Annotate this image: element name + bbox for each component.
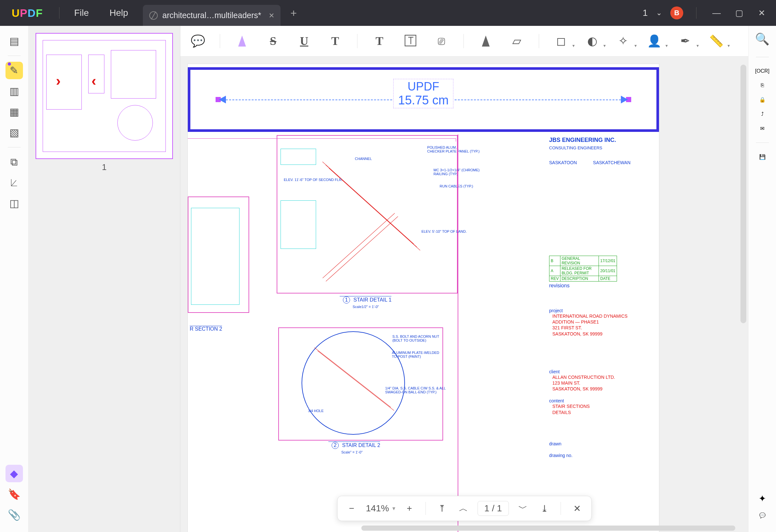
new-tab-button[interactable]: + bbox=[287, 7, 299, 19]
underline-tool[interactable]: U bbox=[295, 32, 313, 50]
note: RUN CABLES (TYP.) bbox=[439, 184, 473, 188]
prev-page-button[interactable]: ︿ bbox=[456, 501, 470, 516]
layers-button[interactable]: ◆ bbox=[5, 465, 23, 482]
page-thumbnail[interactable]: › ‹ bbox=[35, 33, 173, 159]
note: S.S. BOLT AND ACORN NUT (BOLT TO OUTSIDE… bbox=[392, 335, 439, 342]
detail2-title: STAIR DETAIL 2 bbox=[342, 442, 380, 448]
titlebar: UPDF File Help architectural…multileader… bbox=[0, 0, 776, 26]
canvas-area: 💬 S U T T 🅃 ⎚ ▱ ◻▾ ◐▾ ✧▾ 👤▾ ✒▾ 📏▾ bbox=[180, 26, 748, 532]
attachment-button[interactable]: 📎 bbox=[5, 506, 23, 524]
tab-doc-icon bbox=[149, 11, 158, 20]
detail-bubble: 1 bbox=[343, 296, 350, 304]
close-navbar-button[interactable]: ✕ bbox=[570, 501, 584, 516]
textbox-tool[interactable]: 🅃 bbox=[401, 32, 419, 50]
arrow-right-icon bbox=[621, 96, 628, 104]
annotation-toolbar: 💬 S U T T 🅃 ⎚ ▱ ◻▾ ◐▾ ✧▾ 👤▾ ✒▾ 📏▾ bbox=[180, 26, 748, 56]
content-header: content bbox=[549, 398, 649, 403]
horizontal-scrollbar[interactable] bbox=[361, 526, 735, 531]
tab-label: architectural…multileaders* bbox=[162, 11, 261, 20]
ocr-button[interactable]: [OCR] bbox=[755, 68, 769, 74]
detail1-title: STAIR DETAIL 1 bbox=[353, 297, 391, 303]
zoom-in-button[interactable]: + bbox=[402, 501, 417, 516]
note: ELEV. 5'-10" TOP OF LAND. bbox=[421, 229, 467, 233]
pencil-tool[interactable] bbox=[477, 32, 495, 50]
edit-mode-button[interactable]: ▥ bbox=[5, 82, 23, 100]
note: POLISHED ALUM. CHECKER PLATE PANEL (TYP.… bbox=[427, 146, 479, 153]
stamp-tool[interactable]: ◐▾ bbox=[583, 32, 601, 50]
page-indicator[interactable]: 1 / 1 bbox=[478, 501, 509, 516]
note: CHANNEL bbox=[355, 157, 372, 161]
measurement-selection[interactable]: UPDF 15.75 cm bbox=[188, 67, 659, 132]
note: ALUMINUM PLATE-WELDED TO POST (PAINT) bbox=[392, 351, 439, 358]
page-mode-button[interactable]: ▦ bbox=[5, 103, 23, 121]
right-sidebar: 🔍 [OCR] ⎘ 🔒 ⤴ ✉ 💾 ✦ 💬 bbox=[748, 26, 776, 532]
crop-button[interactable]: ⟀ bbox=[5, 174, 23, 191]
callout-tool[interactable]: ⎚ bbox=[432, 32, 450, 50]
text-tool[interactable]: T bbox=[370, 32, 388, 50]
drawing-no-header: drawing no. bbox=[549, 453, 649, 458]
reader-mode-button[interactable]: ▤ bbox=[5, 32, 23, 50]
window-counter: 1 bbox=[642, 8, 648, 18]
close-window-button[interactable]: ✕ bbox=[755, 6, 769, 20]
zoom-out-button[interactable]: − bbox=[345, 501, 359, 516]
squiggly-tool[interactable]: T bbox=[326, 32, 344, 50]
drawn-header: drawn bbox=[549, 441, 649, 447]
comment-tool[interactable]: 💬 bbox=[189, 32, 207, 50]
user-avatar[interactable]: B bbox=[670, 6, 683, 19]
project-header: project bbox=[549, 308, 649, 313]
vertical-scrollbar[interactable] bbox=[741, 65, 746, 323]
first-page-button[interactable]: ⤒ bbox=[435, 501, 449, 516]
organize-button[interactable]: ⧉ bbox=[5, 153, 23, 171]
comment-mode-button[interactable]: ✎ bbox=[5, 62, 23, 79]
share-button[interactable]: ⤴ bbox=[761, 111, 764, 117]
strikethrough-tool[interactable]: S bbox=[264, 32, 282, 50]
note: MC 3×1-1/2×1/4" (CHROME) RAILING (TYP.) bbox=[433, 168, 479, 176]
zoom-select[interactable]: 141% ▾ bbox=[366, 503, 395, 514]
measure-tool[interactable]: 📏▾ bbox=[707, 32, 725, 50]
ai-button[interactable]: ✦ bbox=[759, 493, 766, 504]
revisions-header: revisions bbox=[549, 283, 649, 289]
document-viewport[interactable]: UPDF 15.75 cm bbox=[180, 56, 735, 532]
app-logo: UPDF bbox=[0, 7, 55, 19]
measurement-label[interactable]: UPDF 15.75 cm bbox=[393, 79, 453, 108]
section-label: R SECTION 2 bbox=[190, 326, 222, 332]
thumb-arrow-icon: › bbox=[56, 73, 61, 89]
separator bbox=[59, 7, 59, 19]
bookmark-button[interactable]: 🔖 bbox=[5, 486, 23, 503]
protect-button[interactable]: 🔒 bbox=[759, 97, 766, 103]
thumbnail-panel: › ‹ 1 bbox=[28, 26, 180, 532]
window-dropdown-icon[interactable]: ⌄ bbox=[656, 9, 662, 17]
email-button[interactable]: ✉ bbox=[760, 126, 764, 132]
detail1-scale: Scale1/2" = 1'-0" bbox=[353, 305, 379, 309]
pin-tool[interactable]: ✧▾ bbox=[614, 32, 632, 50]
highlight-tool[interactable] bbox=[233, 32, 251, 50]
minimize-button[interactable]: — bbox=[710, 6, 724, 20]
search-button[interactable]: 🔍 bbox=[755, 32, 770, 46]
save-button[interactable]: 💾 bbox=[759, 154, 766, 160]
detail-circle bbox=[302, 331, 405, 435]
maximize-button[interactable]: ▢ bbox=[732, 6, 746, 20]
menu-help[interactable]: Help bbox=[99, 8, 139, 18]
thumbnail-page-number: 1 bbox=[35, 162, 173, 172]
signature-tool[interactable]: 👤▾ bbox=[645, 32, 663, 50]
menu-file[interactable]: File bbox=[64, 8, 99, 18]
form-mode-button[interactable]: ▧ bbox=[5, 124, 23, 141]
company-name: JBS ENGINEERING INC. bbox=[549, 137, 649, 144]
pdf-page: UPDF 15.75 cm bbox=[187, 64, 659, 532]
left-sidebar: ▤ ✎ ▥ ▦ ▧ ⧉ ⟀ ◫ ◆ 🔖 📎 bbox=[0, 26, 28, 532]
thumb-arrow-icon: ‹ bbox=[91, 73, 96, 89]
ink-tool[interactable]: ✒▾ bbox=[676, 32, 694, 50]
last-page-button[interactable]: ⤓ bbox=[537, 501, 551, 516]
tab-close-button[interactable]: × bbox=[269, 10, 274, 21]
document-tab[interactable]: architectural…multileaders* × bbox=[143, 5, 280, 26]
client-header: client bbox=[549, 369, 649, 374]
extract-button[interactable]: ⎘ bbox=[761, 82, 764, 88]
chat-button[interactable]: 💬 bbox=[759, 512, 766, 518]
next-page-button[interactable]: ﹀ bbox=[516, 501, 530, 516]
eraser-tool[interactable]: ▱ bbox=[508, 32, 526, 50]
redact-button[interactable]: ◫ bbox=[5, 195, 23, 212]
titleblock: JBS ENGINEERING INC. CONSULTING ENGINEER… bbox=[549, 137, 649, 458]
shape-tool[interactable]: ◻▾ bbox=[552, 32, 570, 50]
note: 1/4" DIA. S.S. CABLE C/W S.S. & ALL SWAG… bbox=[385, 386, 446, 394]
note: 3/4 HOLE bbox=[308, 409, 324, 413]
